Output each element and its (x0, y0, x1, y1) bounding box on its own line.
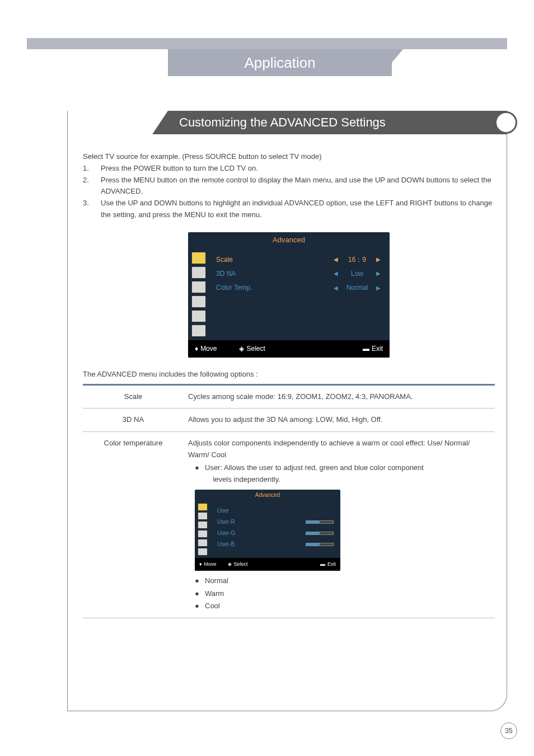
bullet-warm: ● Warm (195, 588, 490, 600)
osd-icon-pc (191, 310, 206, 322)
bullet-dot-icon: ● (195, 462, 205, 486)
bullet-normal: ● Normal (195, 575, 490, 587)
osd-icon-timer (191, 281, 206, 293)
bullet-dot-icon: ● (195, 588, 205, 600)
table-row: Scale Cycles among scale mode: 16:9, ZOO… (83, 384, 495, 408)
arrow-left-icon: ◀ (331, 255, 340, 264)
banner-corner (152, 111, 168, 134)
updown-icon: ♦ (199, 560, 202, 568)
leftright-icon: ◈ (228, 560, 232, 568)
circle-accent-icon (495, 111, 517, 134)
osd-footer: ♦ Move ◈ Select ▬ Exit (188, 340, 390, 358)
footer-select: ◈ Select (228, 560, 248, 568)
content: Select TV source for example. (Press SOU… (83, 151, 495, 618)
osd-user-panel: Advanced User (195, 490, 340, 570)
options-intro: The ADVANCED menu includes the following… (83, 369, 495, 381)
arrow-left-icon: ◀ (331, 269, 340, 278)
bullet-dot-icon: ● (195, 600, 205, 612)
footer-select: ◈ Select (239, 344, 265, 354)
updown-icon: ♦ (195, 344, 198, 354)
osd-row-user-g: User-G (217, 528, 334, 539)
option-name: Color temperature (83, 432, 184, 618)
osd-sidebar (195, 501, 210, 558)
step-2: 2. Press the MENU button on the remote c… (83, 175, 495, 198)
arrow-right-icon: ▶ (374, 284, 383, 293)
osd-icon-setup (191, 295, 206, 308)
osd-icon-info (198, 548, 208, 556)
osd-sidebar (188, 248, 209, 340)
step-3: 3. Use the UP and DOWN buttons to highli… (83, 198, 495, 221)
header-title: Application (244, 54, 315, 72)
header-bar (27, 38, 507, 49)
osd-icon-sound (191, 266, 206, 279)
section-banner: Customizing the ADVANCED Settings (168, 111, 507, 134)
header-tab-corner (381, 49, 403, 76)
arrow-left-icon: ◀ (331, 284, 340, 293)
exit-icon: ▬ (363, 344, 369, 354)
osd-title: Advanced (188, 232, 390, 248)
bullet-user: ● User: Allows the user to adjust red, g… (195, 462, 490, 486)
table-row: Color temperature Adjusts color componen… (83, 432, 495, 618)
arrow-right-icon: ▶ (374, 255, 383, 264)
osd-advanced-panel: Advanced Scale ◀ 16：9 ▶ 3D NA ◀ (188, 232, 390, 358)
osd-row-user-r: User-R (217, 516, 334, 528)
slider-icon (306, 532, 334, 535)
option-name: Scale (83, 384, 184, 408)
options-table: Scale Cycles among scale mode: 16:9, ZOO… (83, 384, 495, 619)
bullet-dot-icon: ● (195, 575, 205, 587)
osd-icon-setup (198, 530, 208, 538)
page-number: 35 (500, 722, 517, 739)
footer-move: ♦ Move (195, 344, 217, 354)
osd-icon-timer (198, 521, 208, 529)
option-desc: Allows you to adjust the 3D NA among: LO… (184, 408, 495, 432)
osd-title: Advanced (195, 490, 340, 501)
osd-icon-pc (198, 539, 208, 547)
osd-icon-info (191, 325, 206, 337)
table-row: 3D NA Allows you to adjust the 3D NA amo… (83, 408, 495, 432)
option-name: 3D NA (83, 408, 184, 432)
slider-icon (306, 543, 334, 546)
osd-icon-sound (198, 512, 208, 520)
option-desc: Cycles among scale mode: 16:9, ZOOM1, ZO… (184, 384, 495, 408)
osd-row-colortemp: Color Temp. ◀ Normal ▶ (216, 281, 383, 295)
footer-exit: ▬ Exit (320, 560, 336, 568)
leftright-icon: ◈ (239, 344, 244, 354)
osd-row-user: User (217, 505, 334, 516)
bullet-cool: ● Cool (195, 600, 490, 612)
osd-icon-picture (191, 252, 206, 264)
section-title: Customizing the ADVANCED Settings (179, 115, 386, 130)
arrow-right-icon: ▶ (374, 269, 383, 278)
exit-icon: ▬ (320, 560, 325, 568)
osd-footer: ♦ Move ◈ Select ▬ Exit (195, 558, 340, 570)
option-desc: Adjusts color components independently t… (184, 432, 495, 618)
footer-exit: ▬ Exit (363, 344, 383, 354)
step-1: 1. Press the POWER button to turn the LC… (83, 163, 495, 175)
osd-icon-picture (198, 503, 208, 511)
slider-icon (306, 520, 334, 524)
osd-row-scale: Scale ◀ 16：9 ▶ (216, 253, 383, 267)
osd-row-3dna: 3D NA ◀ Low ▶ (216, 267, 383, 281)
footer-move: ♦ Move (199, 560, 217, 568)
header-tab: Application (168, 49, 392, 76)
osd-row-user-b: User-B (217, 539, 334, 550)
intro-lead: Select TV source for example. (Press SOU… (83, 151, 495, 163)
